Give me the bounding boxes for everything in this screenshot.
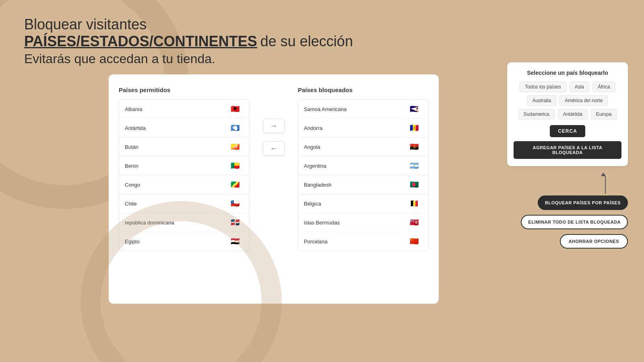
tag-antartica[interactable]: Antártida [558, 109, 588, 119]
tag-sudamerica[interactable]: Sudamerica [518, 109, 555, 119]
allowed-list-title: Países permitidos [119, 86, 250, 93]
flag-bhutan: 🇧🇹 [227, 142, 244, 152]
tag-australia[interactable]: Australia [527, 95, 557, 106]
list-item[interactable]: república dominicana 🇩🇴 [119, 213, 249, 232]
arrow-head-up-icon [601, 173, 606, 176]
save-options-button[interactable]: AHORRAR OPCIONES [560, 234, 628, 249]
list-item[interactable]: Bután 🇧🇹 [119, 138, 249, 156]
flag-argentina: 🇦🇷 [406, 160, 423, 171]
tag-asia[interactable]: Asia [570, 82, 589, 92]
add-blocked-button[interactable]: AGREGAR PAÍSES A LA LISTA BLOQUEADA [514, 141, 621, 159]
flag-samoa: 🇦🇸 [406, 104, 423, 114]
tag-europa[interactable]: Europa [591, 109, 617, 119]
blocked-list-title: Países bloqueados [298, 86, 429, 93]
action-buttons: BLOQUEAR PAÍSES POR PAÍSES ELIMINAR TODO… [507, 195, 628, 249]
main-panel: Países permitidos Albania 🇦🇱 Antártida 🇦… [109, 74, 439, 304]
move-left-button[interactable]: ← [263, 141, 285, 156]
move-right-button[interactable]: → [263, 119, 285, 133]
tag-africa[interactable]: África [592, 82, 615, 92]
allowed-countries-list[interactable]: Albania 🇦🇱 Antártida 🇦🇶 Bután 🇧🇹 Benín 🇧… [119, 99, 250, 251]
flag-albania: 🇦🇱 [227, 104, 244, 114]
list-item[interactable]: islas Bermudas 🇧🇲 [298, 213, 428, 232]
block-by-country-button[interactable]: BLOQUEAR PAÍSES POR PAÍSES [538, 195, 628, 210]
list-item[interactable]: Bélgica 🇧🇪 [298, 194, 428, 213]
search-button[interactable]: CERCA [550, 125, 585, 137]
flag-belgica: 🇧🇪 [406, 198, 423, 209]
remove-all-button[interactable]: ELIMINAR TODO DE LISTA BLOQUEADA [521, 215, 628, 229]
flag-egypt: 🇪🇬 [227, 236, 244, 247]
arrow-up-indicator [507, 173, 628, 194]
list-item[interactable]: Andorra 🇦🇩 [298, 119, 428, 138]
header-line3: Evitarás que accedan a tu tienda. [24, 51, 353, 66]
flag-bangladesh: 🇧🇩 [406, 179, 423, 190]
list-item[interactable]: Porcelana 🇨🇳 [298, 232, 428, 251]
right-panel: Seleccione un país bloquearlo Todos los … [507, 62, 628, 249]
transfer-buttons: → ← [258, 86, 290, 156]
list-item[interactable]: Chile 🇨🇱 [119, 194, 249, 213]
select-country-card: Seleccione un país bloquearlo Todos los … [507, 62, 628, 166]
flag-angola: 🇦🇴 [406, 142, 423, 152]
flag-chile: 🇨🇱 [227, 198, 244, 209]
flag-andorra: 🇦🇩 [406, 123, 423, 133]
select-country-title: Seleccione un país bloquearlo [514, 70, 621, 76]
flag-congo: 🇨🇬 [227, 179, 244, 190]
tag-america-norte[interactable]: América del norte [559, 95, 608, 106]
header-line2: PAÍSES/ESTADOS/CONTINENTES [24, 33, 257, 50]
arrow-line [605, 176, 606, 194]
blocked-countries-list[interactable]: Samoa Americana 🇦🇸 Andorra 🇦🇩 Angola 🇦🇴 … [298, 99, 429, 251]
flag-porcelana: 🇨🇳 [406, 236, 423, 247]
list-item[interactable]: Egipto 🇪🇬 [119, 232, 249, 251]
continent-tags: Todos los países Asia África Australia A… [514, 82, 621, 119]
list-item[interactable]: Congo 🇨🇬 [119, 175, 249, 194]
flag-antartica: 🇦🇶 [227, 123, 244, 133]
page-header: Bloquear visitantes PAÍSES/ESTADOS/CONTI… [24, 16, 353, 66]
tag-todos[interactable]: Todos los países [520, 82, 566, 92]
header-line2-suffix: de su elección [260, 33, 353, 50]
blocked-countries-container: Países bloqueados Samoa Americana 🇦🇸 And… [298, 86, 429, 251]
chile-label: Chile [125, 201, 137, 207]
flag-bermuda: 🇧🇲 [406, 217, 423, 228]
list-item[interactable]: Antártida 🇦🇶 [119, 119, 249, 138]
allowed-countries-container: Países permitidos Albania 🇦🇱 Antártida 🇦… [119, 86, 250, 251]
flag-dominican: 🇩🇴 [227, 217, 244, 228]
list-item[interactable]: Bangladesh 🇧🇩 [298, 175, 428, 194]
list-item[interactable]: Angola 🇦🇴 [298, 138, 428, 156]
list-item[interactable]: Argentina 🇦🇷 [298, 156, 428, 175]
flag-benin: 🇧🇯 [227, 160, 244, 171]
header-line1: Bloquear visitantes [24, 16, 353, 33]
list-item[interactable]: Samoa Americana 🇦🇸 [298, 100, 428, 119]
list-item[interactable]: Benín 🇧🇯 [119, 156, 249, 175]
list-item[interactable]: Albania 🇦🇱 [119, 100, 249, 119]
